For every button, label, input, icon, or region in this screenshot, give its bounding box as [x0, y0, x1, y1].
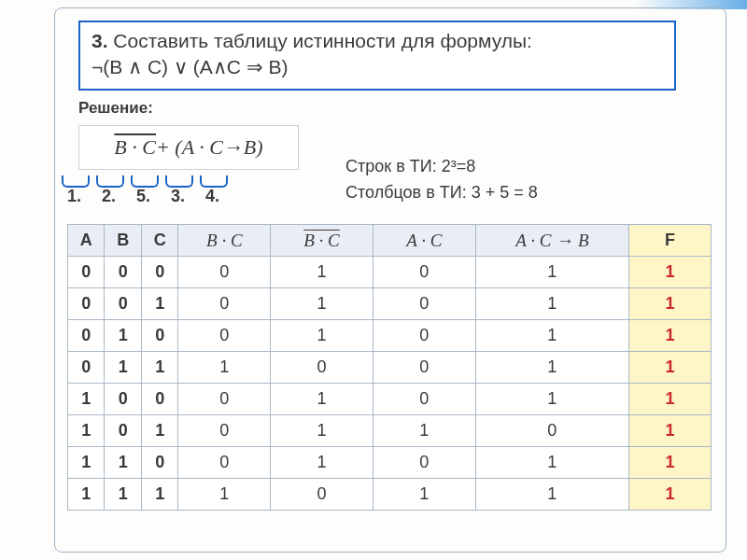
cell: 0 — [178, 288, 271, 320]
cell: 0 — [271, 479, 374, 511]
cell: 0 — [68, 320, 105, 352]
cell: 1 — [68, 479, 105, 511]
hdr-B: B — [105, 225, 141, 257]
cell: 1 — [271, 415, 374, 447]
cell: 0 — [141, 384, 177, 415]
cell: 1 — [629, 384, 712, 415]
table-row: 00001011 — [68, 257, 712, 288]
cell: 0 — [373, 257, 475, 288]
cell: 0 — [105, 257, 141, 288]
table-row: 01110011 — [68, 352, 712, 384]
step-2: 2. — [98, 185, 120, 208]
cell: 1 — [105, 320, 141, 352]
cell: 1 — [105, 479, 141, 511]
info-cols: Столбцов в ТИ: 3 + 5 = 8 — [345, 180, 538, 206]
cell: 1 — [475, 257, 629, 288]
cell: 0 — [105, 415, 141, 447]
step-strip: 1. 2. 5. 3. 4. — [63, 185, 223, 208]
cell: 0 — [178, 415, 271, 447]
cell: 1 — [629, 257, 712, 288]
formula-b: B — [244, 135, 256, 160]
hdr-nbc-text: B · C — [302, 231, 342, 251]
step-3: 3. — [167, 185, 189, 208]
cell: 0 — [475, 415, 629, 447]
hdr-A: A — [68, 225, 105, 257]
hdr-imp: A · C → B — [475, 225, 629, 257]
cell: 0 — [178, 257, 271, 288]
cell: 1 — [271, 384, 374, 415]
cell: 0 — [373, 384, 475, 415]
cell: 1 — [373, 415, 475, 447]
table-row: 01001011 — [68, 320, 712, 352]
table-row: 11001011 — [68, 447, 712, 479]
cell: 0 — [373, 447, 475, 479]
step-2-label: 2. — [102, 187, 116, 205]
table-row: 10001011 — [68, 384, 712, 415]
cell: 1 — [475, 320, 629, 352]
info-lines: Строк в ТИ: 2³=8 Столбцов в ТИ: 3 + 5 = … — [345, 154, 538, 206]
cell: 0 — [141, 320, 177, 352]
cell: 1 — [141, 352, 177, 384]
table-row: 11110111 — [68, 479, 712, 511]
task-number: 3. — [92, 30, 108, 51]
cell: 1 — [105, 352, 141, 384]
info-rows: Строк в ТИ: 2³=8 — [345, 154, 538, 180]
cell: 0 — [373, 320, 475, 352]
cell: 0 — [178, 384, 271, 415]
cell: 0 — [373, 288, 475, 320]
cell: 1 — [271, 288, 374, 320]
cell: 1 — [141, 288, 177, 320]
formula-not-bc: B · C — [114, 135, 156, 160]
solution-label: Решение: — [78, 99, 153, 118]
cell: 1 — [68, 415, 105, 447]
step-5: 5. — [133, 185, 154, 208]
step-4: 4. — [202, 185, 223, 208]
hdr-F: F — [629, 225, 712, 257]
cell: 0 — [68, 257, 105, 288]
truth-table: A B C B · C B · C A · C A · C → B F 0000… — [67, 224, 712, 511]
hdr-ac: A · C — [373, 225, 475, 257]
step-5-label: 5. — [136, 187, 150, 205]
formula-close: ) — [256, 135, 262, 160]
cell: 1 — [105, 447, 141, 479]
cell: 0 — [68, 288, 105, 320]
task-text-1: Составить таблицу истинности для формулы… — [113, 30, 532, 51]
step-1: 1. — [63, 185, 85, 208]
cell: 1 — [629, 352, 712, 384]
cell: 0 — [373, 352, 475, 384]
cell: 1 — [475, 479, 629, 511]
formula-box: B · C + ( A · C → B ) — [78, 125, 299, 170]
step-1-label: 1. — [67, 187, 81, 205]
cell: 1 — [68, 447, 105, 479]
cell: 1 — [373, 479, 475, 511]
cell: 1 — [629, 320, 712, 352]
cell: 0 — [178, 447, 271, 479]
hdr-bc: B · C — [178, 225, 271, 257]
cell: 1 — [68, 384, 105, 415]
cell: 1 — [178, 479, 271, 511]
hdr-C: C — [141, 225, 177, 257]
cell: 0 — [105, 384, 141, 415]
cell: 1 — [141, 415, 177, 447]
cell: 1 — [629, 447, 712, 479]
task-text-2: ¬(B ∧ C) ∨ (A∧C ⇒ B) — [92, 56, 289, 77]
header-row: A B C B · C B · C A · C A · C → B F — [68, 225, 712, 257]
cell: 1 — [475, 352, 629, 384]
cell: 1 — [475, 447, 629, 479]
task-box: 3. Составить таблицу истинности для форм… — [78, 21, 676, 91]
cell: 1 — [141, 479, 177, 511]
cell: 0 — [141, 447, 177, 479]
formula-arrow: → — [223, 135, 244, 160]
hdr-nbc: B · C — [271, 225, 374, 257]
cell: 0 — [68, 352, 105, 384]
cell: 1 — [629, 415, 712, 447]
cell: 1 — [271, 320, 374, 352]
cell: 0 — [178, 320, 271, 352]
cell: 0 — [271, 352, 374, 384]
formula-plus: + ( — [156, 135, 182, 160]
table-row: 10101101 — [68, 415, 712, 447]
cell: 1 — [178, 352, 271, 384]
corner-accent — [635, 0, 747, 9]
formula-ac: A · C — [182, 135, 223, 160]
step-3-label: 3. — [171, 187, 185, 205]
